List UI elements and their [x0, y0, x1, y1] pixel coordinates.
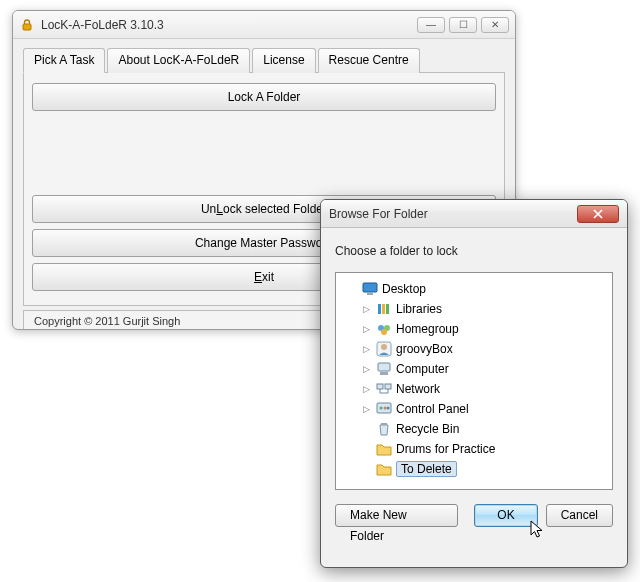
button-label: Exit [254, 270, 274, 284]
tab-label: Rescue Centre [329, 53, 409, 67]
dialog-instruction: Choose a folder to lock [335, 244, 613, 258]
tree-item-label: Desktop [382, 282, 426, 296]
tab-rescue[interactable]: Rescue Centre [318, 48, 420, 73]
svg-rect-12 [380, 372, 388, 375]
computer-icon [376, 361, 392, 377]
browse-folder-dialog: Browse For Folder Choose a folder to loc… [320, 199, 628, 568]
tree-item-recycle-bin[interactable]: Recycle Bin [340, 419, 608, 439]
homegroup-icon [376, 321, 392, 337]
tab-about[interactable]: About LocK-A-FoLdeR [107, 48, 250, 73]
recycle-icon [376, 421, 392, 437]
svg-rect-3 [378, 304, 381, 314]
expander-icon[interactable]: ▷ [360, 384, 372, 394]
tree-item-groovybox[interactable]: ▷groovyBox [340, 339, 608, 359]
svg-point-18 [387, 407, 390, 410]
control-icon [376, 401, 392, 417]
expander-icon[interactable]: ▷ [360, 304, 372, 314]
lock-folder-button[interactable]: Lock A Folder [32, 83, 496, 111]
svg-rect-1 [363, 283, 377, 292]
dialog-titlebar: Browse For Folder [321, 200, 627, 228]
svg-point-10 [381, 344, 387, 350]
tree-item-homegroup[interactable]: ▷Homegroup [340, 319, 608, 339]
svg-point-8 [381, 329, 387, 335]
svg-rect-14 [385, 384, 391, 389]
button-label: Cancel [561, 508, 598, 522]
tree-item-label: groovyBox [396, 342, 453, 356]
button-label: Lock A Folder [228, 90, 301, 104]
svg-rect-4 [382, 304, 385, 314]
tab-label: Pick A Task [34, 53, 94, 67]
tab-label: About LocK-A-FoLdeR [118, 53, 239, 67]
svg-point-16 [380, 407, 383, 410]
desktop-icon [362, 281, 378, 297]
close-button[interactable]: ✕ [481, 17, 509, 33]
tree-item-label: Recycle Bin [396, 422, 459, 436]
tree-item-label: To Delete [396, 461, 457, 477]
svg-rect-11 [378, 363, 390, 371]
dialog-buttons: Make New Folder OK Cancel [335, 504, 613, 527]
folder-tree[interactable]: Desktop▷Libraries▷Homegroup▷groovyBox▷Co… [335, 272, 613, 490]
tree-item-label: Libraries [396, 302, 442, 316]
dialog-title: Browse For Folder [329, 207, 577, 221]
titlebar: LocK-A-FoLdeR 3.10.3 — ☐ ✕ [13, 11, 515, 39]
button-label: OK [497, 508, 514, 522]
minimize-button[interactable]: — [417, 17, 445, 33]
svg-rect-0 [23, 24, 31, 30]
expander-icon[interactable]: ▷ [360, 404, 372, 414]
user-icon [376, 341, 392, 357]
tree-item-desktop[interactable]: Desktop [340, 279, 608, 299]
tree-item-label: Homegroup [396, 322, 459, 336]
tree-item-label: Control Panel [396, 402, 469, 416]
maximize-button[interactable]: ☐ [449, 17, 477, 33]
tree-item-computer[interactable]: ▷Computer [340, 359, 608, 379]
dialog-close-button[interactable] [577, 205, 619, 223]
tree-item-label: Computer [396, 362, 449, 376]
tree-item-label: Network [396, 382, 440, 396]
expander-icon[interactable]: ▷ [360, 324, 372, 334]
button-label: Make New Folder [350, 508, 407, 543]
tab-pick-a-task[interactable]: Pick A Task [23, 48, 105, 73]
tree-item-to-delete[interactable]: To Delete [340, 459, 608, 479]
app-title: LocK-A-FoLdeR 3.10.3 [41, 18, 417, 32]
cancel-button[interactable]: Cancel [546, 504, 613, 527]
folder-icon [376, 461, 392, 477]
svg-rect-13 [377, 384, 383, 389]
folder-list-placeholder [32, 117, 496, 195]
tree-item-control-panel[interactable]: ▷Control Panel [340, 399, 608, 419]
tab-license[interactable]: License [252, 48, 315, 73]
libraries-icon [376, 301, 392, 317]
lock-icon [19, 17, 35, 33]
tree-item-label: Drums for Practice [396, 442, 495, 456]
tree-item-libraries[interactable]: ▷Libraries [340, 299, 608, 319]
button-label: UnLock selected Folder [201, 202, 327, 216]
network-icon [376, 381, 392, 397]
window-controls: — ☐ ✕ [417, 17, 509, 33]
ok-button[interactable]: OK [474, 504, 537, 527]
expander-icon[interactable]: ▷ [360, 344, 372, 354]
tree-item-network[interactable]: ▷Network [340, 379, 608, 399]
dialog-body: Choose a folder to lock Desktop▷Librarie… [321, 228, 627, 537]
svg-rect-19 [381, 423, 387, 425]
svg-point-17 [384, 407, 387, 410]
expander-icon[interactable]: ▷ [360, 364, 372, 374]
copyright-text: Copyright © 2011 Gurjit Singh [30, 313, 184, 329]
make-new-folder-button[interactable]: Make New Folder [335, 504, 458, 527]
svg-rect-5 [386, 304, 389, 314]
svg-rect-2 [367, 293, 373, 295]
button-label: Change Master Password [195, 236, 333, 250]
folder-icon [376, 441, 392, 457]
tab-label: License [263, 53, 304, 67]
tree-item-drums-for-practice[interactable]: Drums for Practice [340, 439, 608, 459]
tabs: Pick A Task About LocK-A-FoLdeR License … [23, 47, 505, 73]
